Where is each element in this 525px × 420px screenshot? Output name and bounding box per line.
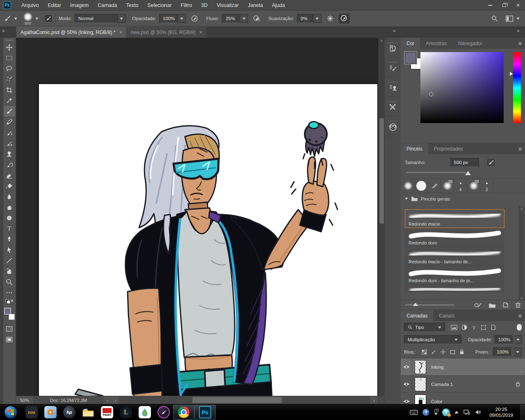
sponge-tool[interactable] — [4, 212, 15, 223]
show-desktop-button[interactable] — [520, 404, 525, 420]
history-panel-button[interactable] — [385, 38, 401, 57]
default-and-swap-colors[interactable] — [4, 298, 15, 306]
lock-all-icon[interactable] — [459, 349, 464, 355]
opacity-chevron[interactable] — [515, 335, 522, 344]
lock-pixels-icon[interactable] — [431, 349, 436, 355]
brush-item-redondo-duro-tamanho[interactable]: Redondo duro - tamanho de pr... — [405, 266, 504, 285]
tab-canais[interactable]: Canais — [433, 310, 460, 321]
path-selection-tool[interactable] — [4, 244, 15, 255]
foreground-color-swatch[interactable] — [405, 52, 416, 64]
color-picker-cursor[interactable] — [429, 92, 434, 96]
document-tab-agathacomic[interactable]: AgathaComic.psd @ 50% (Inking, RGB/8) * … — [16, 27, 126, 38]
scroll-right-icon[interactable]: › — [370, 398, 378, 403]
close-tab-icon[interactable]: × — [199, 30, 202, 35]
taskbar-file-explorer[interactable] — [79, 405, 98, 420]
recent-brush-soft[interactable] — [402, 179, 415, 193]
stroke-preview-slider[interactable] — [405, 304, 454, 306]
recent-brush-soft-scatter2[interactable] — [467, 179, 480, 193]
hp-help-tray-icon[interactable]: ? — [442, 409, 450, 416]
minimize-button[interactable] — [483, 0, 497, 11]
smoothing-chevron[interactable] — [313, 14, 322, 23]
menu-camada[interactable]: Camada — [93, 0, 121, 11]
layer-opacity-field[interactable]: 100% — [495, 335, 513, 344]
flow-chevron[interactable] — [240, 14, 248, 23]
taskbar-jump-paint[interactable]: PAINT — [98, 405, 116, 420]
filter-pixel-layers-icon[interactable] — [451, 325, 457, 330]
smoothing-options-button[interactable] — [325, 14, 336, 23]
pen-tool[interactable] — [4, 234, 15, 244]
hue-slider[interactable] — [513, 52, 521, 123]
help-tray-icon[interactable]: ? — [422, 409, 429, 416]
horizontal-scroll-thumb[interactable] — [192, 397, 282, 403]
canvas[interactable] — [39, 84, 377, 396]
lasso-tool[interactable] — [4, 63, 15, 74]
show-hidden-icons-button[interactable] — [454, 411, 459, 413]
keyboard-tray-icon[interactable] — [410, 410, 418, 415]
horizontal-scrollbar[interactable] — [119, 396, 370, 404]
quick-selection-tool[interactable] — [4, 74, 15, 84]
tab-camadas[interactable]: Camadas — [401, 310, 433, 321]
fill-chevron[interactable] — [514, 347, 522, 356]
taskbar-nox-player[interactable]: nox — [22, 405, 41, 420]
blend-mode-dropdown[interactable]: Normal — [75, 14, 118, 23]
paint-bucket-tool[interactable] — [4, 180, 15, 191]
eraser-tool[interactable] — [4, 170, 15, 180]
recent-brush-hard[interactable] — [415, 179, 428, 193]
mixer-brush-tool[interactable] — [4, 138, 15, 148]
live-tip-preview-icon[interactable] — [474, 302, 482, 308]
slider-track[interactable] — [406, 172, 466, 173]
layer-thumbnail[interactable] — [415, 360, 426, 374]
foreground-background-swatches[interactable] — [4, 308, 15, 320]
menu-editar[interactable]: Editar — [43, 0, 66, 11]
menu-selecionar[interactable]: Selecionar — [143, 0, 176, 11]
edit-toolbar-button[interactable] — [4, 287, 15, 298]
filter-type-layers-icon[interactable]: T — [471, 325, 477, 330]
blend-mode-chevron[interactable] — [118, 14, 126, 23]
healing-brush-tool[interactable] — [4, 127, 15, 138]
scroll-up-icon[interactable]: ∧ — [379, 38, 384, 43]
create-brush-icon[interactable] — [486, 158, 495, 167]
layer-row-inking[interactable]: Inking — [401, 358, 525, 376]
scroll-left-icon[interactable]: ‹ — [112, 398, 120, 403]
clone-stamp-tool[interactable] — [4, 148, 15, 159]
tab-cor[interactable]: Cor — [401, 38, 420, 49]
panels-collapse-icon[interactable]: » — [517, 28, 519, 34]
taskbar-league-of-legends[interactable]: L — [116, 405, 135, 420]
document-tab-new[interactable]: new.psd @ 50% (BG, RGB/8) × — [126, 27, 206, 38]
search-button[interactable] — [489, 14, 500, 23]
close-button[interactable]: ✕ — [511, 0, 525, 11]
taskbar-media-player[interactable] — [41, 405, 60, 420]
menu-3d[interactable]: 3D — [196, 0, 212, 11]
crop-tool[interactable] — [4, 84, 15, 95]
window-tray-icon[interactable] — [434, 409, 438, 415]
visibility-cell[interactable] — [401, 376, 412, 393]
line-tool[interactable] — [4, 255, 15, 266]
layer-row-camada-1[interactable]: Camada 1 — [401, 376, 525, 393]
brush-item-partial[interactable] — [405, 285, 504, 292]
taskbar-paint-app[interactable] — [154, 405, 173, 420]
visibility-cell[interactable] — [401, 358, 412, 376]
filter-smart-objects-icon[interactable] — [491, 324, 496, 330]
toggle-brush-panel-button[interactable] — [41, 11, 55, 26]
taskbar-chrome[interactable] — [173, 405, 194, 420]
scroll-up-icon[interactable]: ∧ — [519, 370, 524, 374]
recent-brush-soft-scatter[interactable] — [441, 179, 454, 193]
menu-visualizar[interactable]: Visualizar — [212, 0, 243, 11]
volume-tray-icon[interactable] — [475, 409, 482, 415]
zoom-tool[interactable] — [4, 276, 15, 287]
rotate-view-tool[interactable] — [4, 266, 15, 276]
filter-shape-layers-icon[interactable] — [481, 325, 486, 330]
creative-cloud-button[interactable] — [385, 116, 401, 136]
taskbar-clock[interactable]: 20:25 09/01/2019 — [486, 406, 516, 418]
recent-brush-small-3[interactable]: 3 — [480, 179, 493, 193]
menu-janela[interactable]: Janela — [243, 0, 267, 11]
layer-fill-field[interactable]: 100% — [493, 347, 511, 356]
move-tool[interactable] — [4, 42, 15, 52]
brush-size-picker[interactable]: 500 — [21, 11, 41, 26]
slider-thumb[interactable] — [465, 171, 471, 175]
pencil-tool[interactable] — [4, 116, 15, 127]
tab-propriedades[interactable]: Propriedades — [428, 143, 469, 154]
brush-item-redondo-macio[interactable]: Redondo macio — [405, 209, 504, 228]
flow-field[interactable]: 25% — [222, 14, 240, 23]
brush-group-header[interactable]: Pincéis gerais — [401, 193, 525, 204]
